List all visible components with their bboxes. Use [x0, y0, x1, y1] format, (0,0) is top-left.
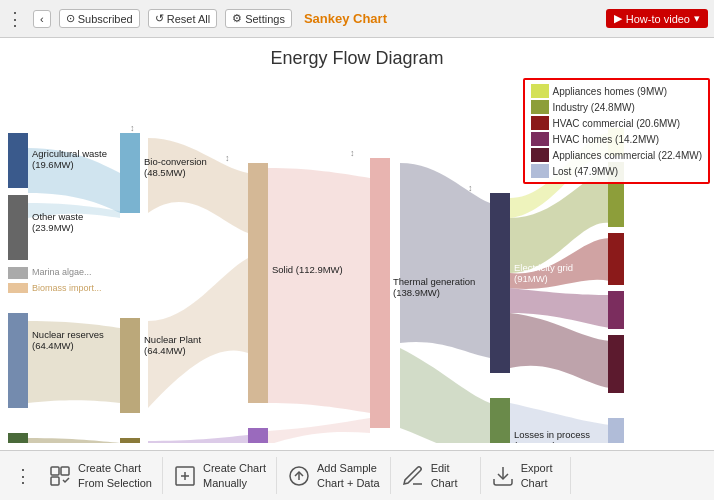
hvac-commercial-label: HVAC commercial (20.6MW) [553, 118, 681, 129]
hvac-homes-swatch [531, 132, 549, 146]
create-chart-selection-icon [48, 464, 72, 488]
svg-text:↕: ↕ [130, 123, 135, 133]
how-to-button[interactable]: ▶ How-to video ▾ [606, 9, 708, 28]
footer-toolbar: ⋮ Create Chart From Selection Create Cha… [0, 450, 714, 500]
hvac-homes-label: HVAC homes (14.2MW) [553, 134, 660, 145]
legend-item-appl-commercial: Appliances commercial (22.4MW) [531, 148, 703, 162]
svg-rect-49 [51, 477, 59, 485]
svg-rect-17 [608, 291, 624, 329]
chart-type-label: Sankey Chart [304, 11, 387, 26]
create-chart-manually-icon [173, 464, 197, 488]
export-chart-button[interactable]: Export Chart [481, 457, 571, 494]
svg-text:Bio-conversion: Bio-conversion [144, 156, 207, 167]
svg-text:(138.9MW): (138.9MW) [393, 287, 440, 298]
svg-rect-1 [8, 195, 28, 260]
svg-text:(48.5MW): (48.5MW) [144, 167, 186, 178]
svg-text:Marina algae...: Marina algae... [32, 267, 92, 277]
industry-swatch [531, 100, 549, 114]
add-sample-icon [287, 464, 311, 488]
svg-text:Solid (112.9MW): Solid (112.9MW) [272, 264, 343, 275]
svg-rect-3 [8, 283, 28, 293]
svg-text:Biomass import...: Biomass import... [32, 283, 102, 293]
svg-rect-10 [248, 428, 268, 443]
toolbar-header: ⋮ ‹ ⊙ Subscribed ↺ Reset All ⚙ Settings … [0, 0, 714, 38]
svg-rect-7 [120, 318, 140, 413]
chart-title: Energy Flow Diagram [0, 38, 714, 73]
footer-dots-icon[interactable]: ⋮ [8, 465, 38, 487]
svg-rect-8 [120, 438, 140, 443]
svg-rect-18 [608, 335, 624, 393]
subscribed-label: Subscribed [78, 13, 133, 25]
lost-swatch [531, 164, 549, 178]
legend-item-hvac-commercial: HVAC commercial (20.6MW) [531, 116, 703, 130]
subscribe-icon: ⊙ [66, 12, 75, 25]
svg-rect-47 [51, 467, 59, 475]
edit-chart-icon [401, 464, 425, 488]
settings-label: Settings [245, 13, 285, 25]
lost-label: Lost (47.9MW) [553, 166, 619, 177]
svg-text:↕: ↕ [350, 148, 355, 158]
svg-text:↕: ↕ [225, 153, 230, 163]
industry-label: Industry (24.8MW) [553, 102, 635, 113]
svg-text:Agricultural waste: Agricultural waste [32, 148, 107, 159]
legend-item-appl-homes: Appliances homes (9MW) [531, 84, 703, 98]
svg-text:Other waste: Other waste [32, 211, 83, 222]
reset-icon: ↺ [155, 12, 164, 25]
svg-rect-16 [608, 233, 624, 285]
svg-text:Thermal generation: Thermal generation [393, 276, 475, 287]
svg-text:(47.9MW): (47.9MW) [514, 440, 556, 443]
svg-text:(91MW): (91MW) [514, 273, 548, 284]
appl-commercial-swatch [531, 148, 549, 162]
svg-rect-6 [120, 133, 140, 213]
svg-text:Losses in process: Losses in process [514, 429, 590, 440]
svg-text:(64.4MW): (64.4MW) [144, 345, 186, 356]
create-chart-selection-label: Create Chart From Selection [78, 461, 152, 490]
chart-area: Energy Flow Diagram [0, 38, 714, 450]
create-chart-selection-button[interactable]: Create Chart From Selection [38, 457, 163, 494]
output-legend: Appliances homes (9MW) Industry (24.8MW)… [523, 78, 711, 184]
svg-text:(64.4MW): (64.4MW) [32, 340, 74, 351]
svg-rect-0 [8, 133, 28, 188]
add-sample-chart-button[interactable]: Add Sample Chart + Data [277, 457, 391, 494]
legend-item-hvac-homes: HVAC homes (14.2MW) [531, 132, 703, 146]
svg-rect-9 [248, 163, 268, 403]
svg-rect-2 [8, 267, 28, 279]
svg-text:↕: ↕ [468, 183, 473, 193]
hvac-commercial-swatch [531, 116, 549, 130]
svg-text:Nuclear reserves: Nuclear reserves [32, 329, 104, 340]
reset-button[interactable]: ↺ Reset All [148, 9, 217, 28]
reset-label: Reset All [167, 13, 210, 25]
svg-rect-5 [8, 433, 28, 443]
svg-rect-4 [8, 313, 28, 408]
create-chart-manually-button[interactable]: Create Chart Manually [163, 457, 277, 494]
dropdown-icon: ▾ [694, 12, 700, 25]
add-sample-label: Add Sample Chart + Data [317, 461, 380, 490]
back-icon: ‹ [40, 13, 44, 25]
edit-chart-button[interactable]: Edit Chart [391, 457, 481, 494]
svg-text:(19.6MW): (19.6MW) [32, 159, 74, 170]
back-button[interactable]: ‹ [33, 10, 51, 28]
settings-icon: ⚙ [232, 12, 242, 25]
export-chart-label: Export Chart [521, 461, 553, 490]
settings-button[interactable]: ⚙ Settings [225, 9, 292, 28]
svg-text:Nuclear Plant: Nuclear Plant [144, 334, 201, 345]
legend-item-lost: Lost (47.9MW) [531, 164, 703, 178]
svg-rect-19 [608, 418, 624, 443]
legend-item-industry: Industry (24.8MW) [531, 100, 703, 114]
svg-rect-12 [490, 193, 510, 373]
subscribed-button[interactable]: ⊙ Subscribed [59, 9, 140, 28]
svg-text:Electricity grid: Electricity grid [514, 262, 573, 273]
appl-commercial-label: Appliances commercial (22.4MW) [553, 150, 703, 161]
svg-rect-48 [61, 467, 69, 475]
appl-homes-label: Appliances homes (9MW) [553, 86, 667, 97]
svg-text:Gas reserves: Gas reserves [32, 442, 89, 443]
svg-rect-13 [490, 398, 510, 443]
youtube-icon: ▶ [614, 12, 622, 25]
edit-chart-label: Edit Chart [431, 461, 458, 490]
create-chart-manually-label: Create Chart Manually [203, 461, 266, 490]
svg-text:(23.9MW): (23.9MW) [32, 222, 74, 233]
how-to-label: How-to video [626, 13, 690, 25]
dots-menu-icon[interactable]: ⋮ [6, 8, 25, 30]
svg-rect-11 [370, 158, 390, 428]
export-chart-icon [491, 464, 515, 488]
